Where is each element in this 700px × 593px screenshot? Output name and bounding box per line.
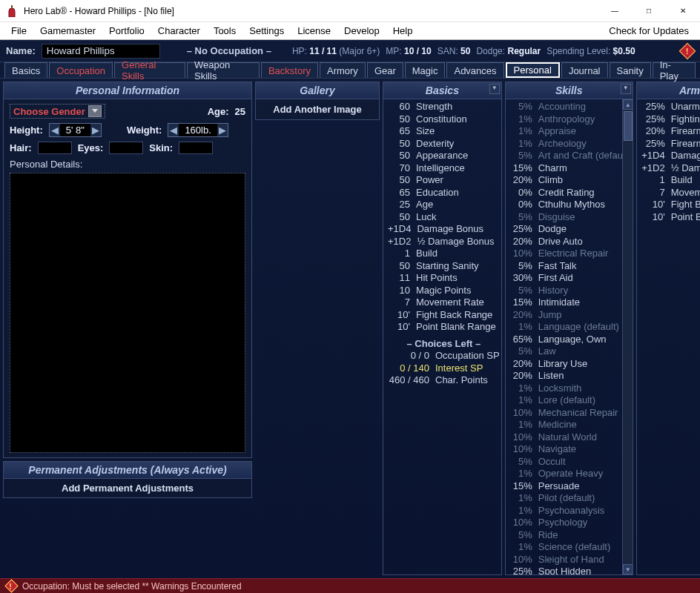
list-item: 1%Science (default) [509, 541, 633, 554]
tab-armory[interactable]: Armory [320, 62, 366, 78]
san-stat: SAN: 50 [438, 46, 471, 56]
name-input[interactable] [42, 44, 160, 59]
menu-bar: FileGamemasterPortfolioCharacterToolsSet… [0, 22, 700, 40]
choices-left-header: – Choices Left – [386, 338, 501, 351]
tab-in-play[interactable]: In-Play [653, 62, 696, 78]
list-item: 65Size [386, 125, 501, 138]
list-item: 25%Firearms (Rifle) [640, 138, 700, 150]
list-item: 1%Psychoanalysis [509, 505, 633, 517]
chevron-right-icon[interactable]: ▶ [90, 124, 101, 136]
basics-header: Basics ▼ [383, 82, 501, 99]
tab-occupation[interactable]: Occupation [49, 62, 113, 78]
list-item: 5%Law [509, 345, 633, 358]
list-item: 60Strength [386, 101, 501, 113]
menu-gamemaster[interactable]: Gamemaster [33, 24, 102, 38]
list-item: 25Age [386, 199, 501, 211]
check-for-updates[interactable]: Check for Updates [602, 24, 696, 38]
tab-personal[interactable]: Personal [506, 62, 560, 78]
list-item: 50Appearance [386, 150, 501, 162]
tabs-bar: BasicsOccupationGeneral SkillsWeapon Ski… [0, 62, 700, 79]
list-item: 1%Pilot (default) [509, 492, 633, 505]
tab-backstory[interactable]: Backstory [261, 62, 318, 78]
add-another-image-button[interactable]: Add Another Image [256, 99, 379, 119]
skin-label: Skin: [149, 142, 173, 153]
weight-spinner[interactable]: ◀ 160lb. ▶ [168, 123, 228, 137]
list-item: 1Build [640, 174, 700, 187]
warning-icon[interactable] [681, 44, 694, 58]
chevron-right-icon[interactable]: ▶ [217, 124, 228, 136]
choose-gender-button[interactable]: Choose Gender [10, 104, 105, 119]
list-item: 20%Climb [509, 174, 633, 187]
permanent-adjustments-header: Permanent Adjustments (Always Active) [4, 462, 251, 479]
list-item: 10%Psychology [509, 517, 633, 529]
status-text: Occupation: Must be selected ** Warnings… [22, 581, 242, 592]
list-item: 20%Firearms (Handgun) [640, 125, 700, 138]
tab-advances[interactable]: Advances [446, 62, 503, 78]
armory-list: 25%Unarmed25%Fighting (Brawl)20%Firearms… [637, 99, 700, 574]
chevron-left-icon[interactable]: ◀ [168, 124, 179, 136]
mp-stat: MP: 10 / 10 [386, 46, 431, 56]
list-item: 10Magic Points [386, 285, 501, 297]
tab-magic[interactable]: Magic [405, 62, 446, 78]
list-item: 5%Occult [509, 456, 633, 468]
name-label: Name: [6, 45, 36, 56]
svg-rect-0 [11, 5, 13, 9]
tab-basics[interactable]: Basics [4, 62, 47, 78]
skin-input[interactable] [179, 142, 213, 154]
list-item: 20%Library Use [509, 358, 633, 371]
list-item: 25%Fighting (Brawl) [640, 113, 700, 126]
hair-input[interactable] [38, 142, 72, 154]
skills-list[interactable]: 5%Accounting1%Anthropology1%Appraise1%Ar… [506, 99, 633, 574]
list-item: 20%Drive Auto [509, 236, 633, 248]
window-titlebar: Hero Lab® - Howard Phillips - [No file] … [0, 0, 700, 22]
list-item: 10%Electrical Repair [509, 248, 633, 260]
menu-file[interactable]: File [4, 24, 33, 38]
basics-column: Basics ▼ 60Strength50Constitution65Size5… [383, 82, 502, 575]
minimize-button[interactable]: — [598, 0, 632, 22]
list-item: 10%Natural World [509, 431, 633, 444]
personal-details-textarea[interactable] [10, 173, 245, 453]
personal-details-label: Personal Details: [10, 159, 245, 170]
eyes-input[interactable] [109, 142, 143, 154]
scroll-down-icon[interactable]: ▼ [623, 564, 633, 574]
list-item: 10%Sleight of Hand [509, 554, 633, 566]
scroll-up-icon[interactable]: ▲ [623, 99, 633, 110]
add-permanent-adjustments-button[interactable]: Add Permanent Adjustments [4, 479, 251, 497]
eyes-label: Eyes: [78, 142, 104, 153]
scrollbar[interactable]: ▲ ▼ [622, 99, 633, 574]
menu-settings[interactable]: Settings [242, 24, 291, 38]
list-item: 11Hit Points [386, 272, 501, 285]
height-value: 5' 8" [60, 124, 90, 136]
chevron-left-icon[interactable]: ◀ [50, 124, 60, 136]
window-title: Hero Lab® - Howard Phillips - [No file] [24, 6, 174, 16]
tab-general-skills[interactable]: General Skills [114, 62, 185, 78]
scroll-thumb[interactable] [624, 111, 633, 141]
collapse-button-icon[interactable]: ▼ [489, 84, 500, 94]
hair-label: Hair: [10, 142, 32, 153]
menu-develop[interactable]: Develop [337, 24, 386, 38]
list-item: 460 / 460Char. Points [386, 374, 501, 387]
list-item: 5%Disguise [509, 211, 633, 224]
menu-character[interactable]: Character [151, 24, 207, 38]
tab-weapon-skills[interactable]: Weapon Skills [187, 62, 260, 78]
menu-portfolio[interactable]: Portfolio [102, 24, 151, 38]
tab-journal[interactable]: Journal [561, 62, 608, 78]
tab-sanity[interactable]: Sanity [610, 62, 651, 78]
list-item: 15%Intimidate [509, 296, 633, 309]
menu-tools[interactable]: Tools [207, 24, 242, 38]
close-button[interactable]: ✕ [666, 0, 700, 22]
maximize-button[interactable]: □ [632, 0, 666, 22]
personal-info-panel: Personal Information Choose Gender Age: … [3, 82, 252, 458]
basics-list: 60Strength50Constitution65Size50Dexterit… [383, 99, 501, 574]
list-item: 10'Fight Back Range [640, 199, 700, 211]
menu-help[interactable]: Help [386, 24, 420, 38]
list-item: 1% Language (default) [509, 321, 633, 334]
list-item: 65Education [386, 187, 501, 199]
collapse-button-icon[interactable]: ▼ [621, 84, 631, 94]
list-item: 1%Lore (default) [509, 394, 633, 407]
warning-icon [4, 580, 18, 593]
list-item: +1D2½ Damage Bonus [386, 236, 501, 248]
menu-license[interactable]: License [291, 24, 337, 38]
tab-gear[interactable]: Gear [367, 62, 403, 78]
height-spinner[interactable]: ◀ 5' 8" ▶ [49, 123, 102, 137]
